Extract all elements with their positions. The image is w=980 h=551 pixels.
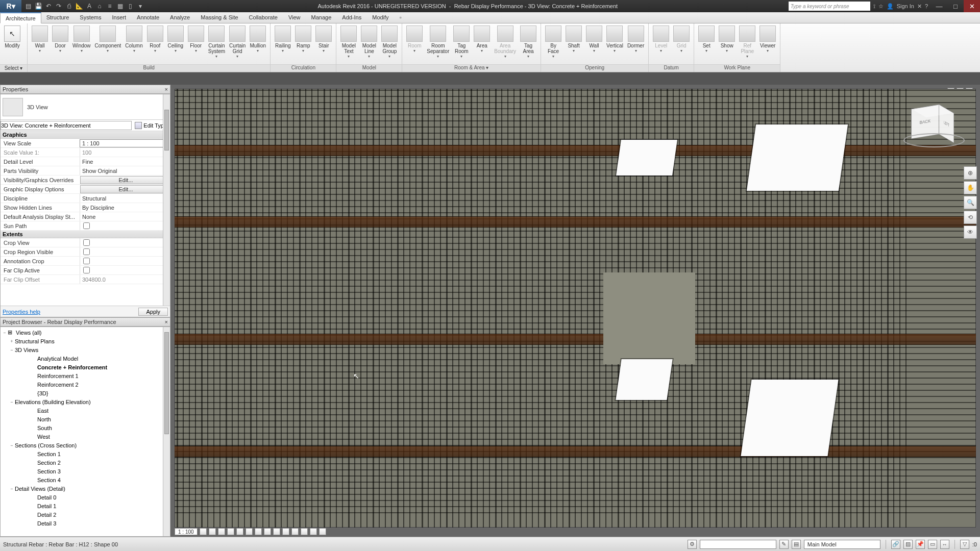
open-icon[interactable]: ▤ [23, 2, 33, 11]
prop-section-graphics[interactable]: Graphics⋀ [1, 131, 170, 139]
tree-item[interactable]: Section 4 [2, 475, 169, 484]
close-button[interactable]: ✕ [964, 0, 980, 12]
stair-button[interactable]: Stair▾ [313, 24, 334, 63]
tree-item[interactable]: East [2, 406, 169, 415]
prop-value[interactable]: By Discipline [80, 203, 170, 212]
modify-button[interactable]: ↖ Modify [2, 24, 22, 63]
design-options-icon[interactable]: ▤ [792, 540, 801, 549]
model-line-button[interactable]: Model Line▾ [359, 24, 379, 63]
tree-item[interactable]: −3D Views [2, 345, 169, 354]
tab-modify[interactable]: Modify [367, 12, 394, 23]
design-option-selector[interactable]: Main Model [804, 540, 880, 549]
prop-checkbox[interactable] [83, 267, 90, 273]
close-icon[interactable]: × [165, 86, 168, 92]
tag-room-button[interactable]: Tag Room▾ [451, 24, 472, 63]
tab-structure[interactable]: Structure [41, 12, 75, 23]
prop-value[interactable]: Edit... [80, 185, 169, 193]
ribbon-expand-icon[interactable]: ▫ [395, 12, 405, 23]
workset-selector[interactable] [700, 540, 776, 549]
prop-checkbox[interactable] [83, 222, 90, 229]
select-pinned-icon[interactable]: 📌 [916, 540, 925, 549]
orbit-icon[interactable]: ⟲ [964, 211, 977, 224]
tree-item[interactable]: Section 2 [2, 458, 169, 467]
prop-value[interactable] [80, 221, 170, 230]
tree-item[interactable]: −Detail Views (Detail) [2, 484, 169, 493]
wall-button[interactable]: Wall▾ [584, 24, 604, 63]
tree-item[interactable]: +Structural Plans [2, 337, 169, 345]
view-scale[interactable]: 1 : 100 [175, 528, 198, 535]
tab-add-ins[interactable]: Add-Ins [337, 12, 367, 23]
prop-value[interactable] [80, 266, 170, 274]
railing-button[interactable]: Railing▾ [273, 24, 293, 63]
select-dropdown[interactable]: Select ▾ [0, 64, 27, 72]
tree-item[interactable]: −Elevations (Building Elevation) [2, 397, 169, 406]
roof-button[interactable]: Roof▾ [145, 24, 165, 63]
tree-item[interactable]: Concrete + Reinforcement [2, 363, 169, 371]
tab-systems[interactable]: Systems [75, 12, 107, 23]
tree-item[interactable]: Detail 2 [2, 510, 169, 519]
text-icon[interactable]: A [85, 2, 94, 11]
select-links-icon[interactable]: 🔗 [891, 540, 900, 549]
tree-item[interactable]: North [2, 415, 169, 423]
help-icon[interactable]: ? [925, 3, 928, 9]
prop-checkbox[interactable] [83, 258, 90, 264]
viewport[interactable]: — ❐ □ ↖ BACK LEFT ⊕ ✋ 🔍 ⟲ 👁 1 : 100 [170, 85, 980, 537]
browser-scrollbar[interactable] [163, 327, 170, 536]
apply-button[interactable]: Apply [138, 308, 168, 316]
properties-help-link[interactable]: Properties help [3, 309, 40, 315]
instance-selector[interactable] [1, 121, 132, 130]
tab-massing-site[interactable]: Massing & Site [195, 12, 243, 23]
rendering-icon[interactable] [236, 528, 243, 535]
thin-lines-icon[interactable]: ≡ [105, 2, 114, 11]
detail-level-icon[interactable] [200, 528, 207, 535]
viewer-button[interactable]: Viewer▾ [757, 24, 778, 63]
project-browser-header[interactable]: Project Browser - Rebar Display Performa… [0, 317, 170, 327]
select-face-icon[interactable]: ▭ [928, 540, 937, 549]
tree-item[interactable]: −Sections (Cross Section) [2, 441, 169, 449]
workset-icon[interactable]: ⚙ [688, 540, 697, 549]
curtain-grid-button[interactable]: Curtain Grid▾ [227, 24, 248, 63]
view-cube[interactable]: BACK LEFT [906, 105, 968, 156]
tree-root[interactable]: −⊞Views (all) [2, 328, 169, 337]
crop-region-icon[interactable] [255, 528, 262, 535]
tree-item[interactable]: Reinforcement 1 [2, 371, 169, 380]
component-button[interactable]: Component▾ [93, 24, 124, 63]
print-icon[interactable]: ⎙ [64, 2, 74, 11]
by-face-button[interactable]: By Face▾ [543, 24, 564, 63]
wall-button[interactable]: Wall▾ [30, 24, 50, 63]
tree-item[interactable]: {3D} [2, 389, 169, 397]
prop-value[interactable]: Show Original [80, 166, 170, 175]
crop-view-icon[interactable] [246, 528, 253, 535]
lock-3d-icon[interactable] [264, 528, 271, 535]
model-text-button[interactable]: Model Text▾ [338, 24, 359, 63]
tag-area-button[interactable]: Tag Area▾ [518, 24, 538, 63]
ceiling-button[interactable]: Ceiling▾ [165, 24, 186, 63]
tree-item[interactable]: Detail 0 [2, 493, 169, 502]
save-icon[interactable]: 💾 [34, 2, 43, 11]
viewcube-compass[interactable] [903, 133, 965, 147]
tree-item[interactable]: Analytical Model [2, 354, 169, 363]
prop-value[interactable]: 100 [80, 148, 170, 157]
prop-value[interactable]: 304800.0 [80, 275, 170, 284]
search-input[interactable]: Type a keyword or phrase [789, 2, 870, 11]
tab-architecture[interactable]: Architecture [0, 12, 41, 23]
temp-hide-icon[interactable] [273, 528, 280, 535]
tree-item[interactable]: Section 3 [2, 467, 169, 475]
look-icon[interactable]: 👁 [964, 226, 977, 239]
prop-value[interactable] [80, 247, 170, 256]
properties-panel-header[interactable]: Properties × [0, 85, 170, 94]
minimize-button[interactable]: — [931, 0, 947, 12]
3d-view-canvas[interactable]: ↖ [175, 89, 976, 528]
maximize-button[interactable]: □ [947, 0, 964, 12]
tree-item[interactable]: Detail 3 [2, 519, 169, 528]
editable-only-icon[interactable]: ✎ [779, 540, 789, 549]
tree-item[interactable]: Section 1 [2, 449, 169, 458]
user-icon[interactable]: 👤 [887, 3, 894, 10]
show-button[interactable]: Show▾ [717, 24, 737, 63]
tab-annotate[interactable]: Annotate [132, 12, 165, 23]
measure-icon[interactable]: 📐 [75, 2, 84, 11]
shaft-button[interactable]: Shaft▾ [564, 24, 584, 63]
ramp-button[interactable]: Ramp▾ [293, 24, 313, 63]
prop-value[interactable] [80, 238, 170, 247]
visual-style-icon[interactable] [209, 528, 216, 535]
